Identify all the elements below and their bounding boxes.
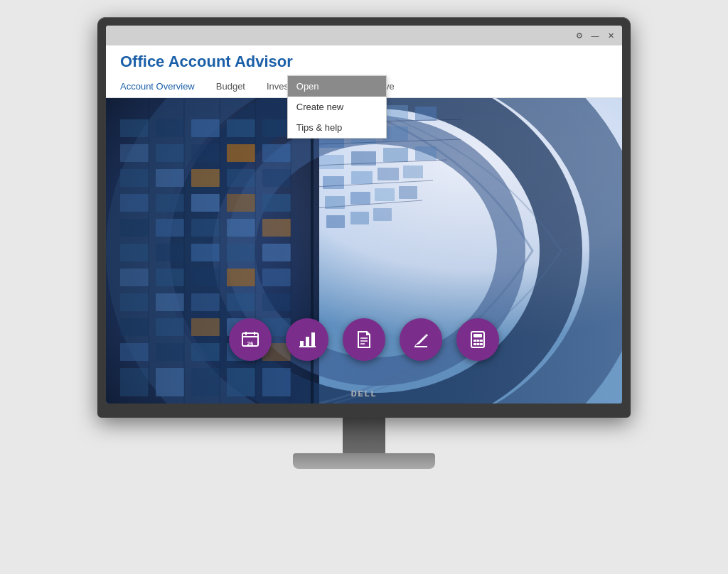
monitor-stand-neck xyxy=(343,418,385,453)
svg-rect-112 xyxy=(477,343,480,345)
icon-row: 26 xyxy=(229,318,499,361)
app-title: Office Account Advisor xyxy=(120,53,608,71)
calendar-button[interactable]: 26 xyxy=(229,318,272,361)
dropdown-item-create[interactable]: Create new xyxy=(288,97,386,117)
nav-item-overview[interactable]: Account Overview xyxy=(120,75,216,97)
svg-rect-113 xyxy=(480,343,483,345)
title-bar: ⚙ — ✕ xyxy=(106,26,622,45)
svg-rect-100 xyxy=(311,332,315,347)
svg-rect-107 xyxy=(473,334,482,337)
monitor-bezel: ⚙ — ✕ Office Account Advisor Account Ove… xyxy=(97,17,631,418)
svg-rect-109 xyxy=(477,340,480,342)
settings-icon[interactable]: ⚙ xyxy=(574,30,585,41)
dropdown-item-tips[interactable]: Tips & help xyxy=(288,117,386,138)
dell-logo: DELL xyxy=(351,389,378,398)
svg-rect-98 xyxy=(300,341,304,347)
svg-rect-99 xyxy=(306,337,309,347)
svg-rect-110 xyxy=(480,340,483,342)
svg-rect-111 xyxy=(473,343,476,345)
svg-rect-108 xyxy=(473,340,476,342)
close-icon[interactable]: ✕ xyxy=(605,30,616,41)
nav-bar: Account Overview Budget Open Create new … xyxy=(120,75,608,97)
minimize-icon[interactable]: — xyxy=(589,30,601,41)
svg-text:26: 26 xyxy=(247,340,254,347)
monitor-outer: ⚙ — ✕ Office Account Advisor Account Ove… xyxy=(87,17,641,557)
nav-item-budget[interactable]: Budget Open Create new Tips & help xyxy=(216,75,267,97)
monitor-stand-base xyxy=(293,453,435,469)
sign-button[interactable] xyxy=(400,318,442,361)
app-header: Office Account Advisor Account Overview … xyxy=(106,45,622,98)
dropdown-menu: Open Create new Tips & help xyxy=(287,75,387,139)
dropdown-item-open[interactable]: Open xyxy=(288,76,386,97)
chart-button[interactable] xyxy=(286,318,328,361)
content-area: 26 xyxy=(106,98,622,404)
monitor-screen: ⚙ — ✕ Office Account Advisor Account Ove… xyxy=(106,26,622,404)
document-button[interactable] xyxy=(343,318,385,361)
calculator-button[interactable] xyxy=(456,318,499,361)
